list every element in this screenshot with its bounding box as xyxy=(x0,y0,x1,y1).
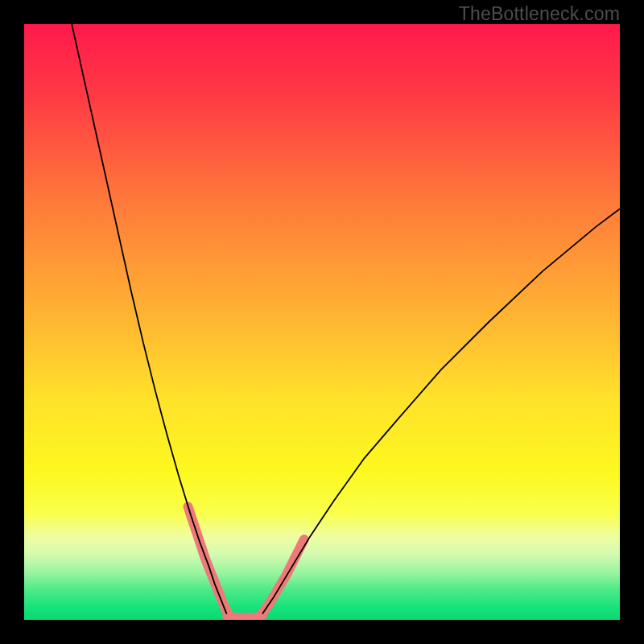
series-right-marker-segment xyxy=(259,539,304,617)
series-valley-floor xyxy=(227,617,262,617)
series-right-arm xyxy=(262,208,620,613)
watermark-text: TheBottleneck.com xyxy=(459,3,620,25)
chart-frame: TheBottleneck.com xyxy=(0,0,644,644)
plot-area xyxy=(24,24,620,620)
curve-layer xyxy=(24,24,620,620)
series-left-arm xyxy=(72,24,226,614)
